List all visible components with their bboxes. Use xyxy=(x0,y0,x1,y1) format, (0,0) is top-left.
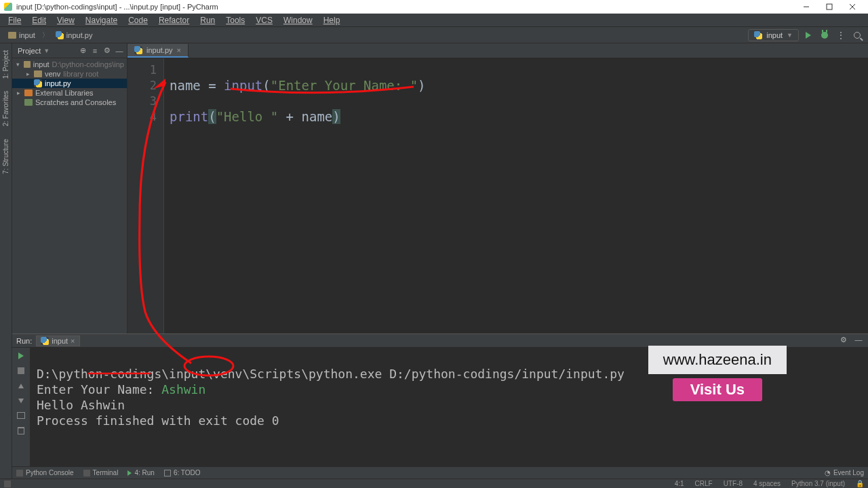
run-config-selector[interactable]: input ▼ xyxy=(748,29,799,41)
run-config-label: input xyxy=(766,31,783,39)
clear-button[interactable] xyxy=(16,425,26,436)
project-pane-title: Project xyxy=(18,47,41,55)
arrow-down-icon xyxy=(18,399,24,403)
left-tool-rail: 1: Project 2: Favorites 7: Structure xyxy=(0,43,12,479)
status-cursor-pos[interactable]: 4:1 xyxy=(675,480,684,487)
rerun-button[interactable] xyxy=(16,350,26,361)
tree-external-libraries[interactable]: ▸ External Libraries xyxy=(12,88,127,98)
run-hide-button[interactable]: — xyxy=(853,336,864,346)
terminal-icon xyxy=(83,470,90,476)
more-icon: ⋮ xyxy=(836,30,846,40)
menu-help[interactable]: Help xyxy=(318,14,346,27)
tab-run[interactable]: 4: Run xyxy=(127,469,154,476)
more-run-button[interactable]: ⋮ xyxy=(834,28,848,42)
console-icon xyxy=(16,470,23,476)
menu-vcs[interactable]: VCS xyxy=(250,14,278,27)
code-content[interactable]: name = input("Enter Your Name: ") print(… xyxy=(164,58,426,333)
search-icon xyxy=(854,32,861,39)
soft-wrap-button[interactable] xyxy=(16,410,26,421)
play-icon xyxy=(18,352,24,359)
run-tab-input[interactable]: input × xyxy=(36,336,79,346)
status-encoding[interactable]: UTF-8 xyxy=(724,480,743,487)
wrap-icon xyxy=(17,412,25,419)
menu-code[interactable]: Code xyxy=(123,14,153,27)
status-indent[interactable]: 4 spaces xyxy=(753,480,781,487)
line-gutter: 1 2 3 4 xyxy=(127,58,164,333)
todo-icon xyxy=(164,470,171,476)
scroll-up-button[interactable] xyxy=(16,380,26,391)
window-titlebar: input [D:\python-codings\input] - ...\in… xyxy=(0,0,868,14)
menu-navigate[interactable]: Navigate xyxy=(80,14,123,27)
console-output-line: Hello Ashwin xyxy=(37,397,861,413)
code-area[interactable]: 1 2 3 4 name = input("Enter Your Name: "… xyxy=(127,58,868,333)
menu-file[interactable]: File xyxy=(3,14,26,27)
rail-project[interactable]: 1: Project xyxy=(2,47,9,81)
editor-tab-input-py[interactable]: input.py × xyxy=(127,44,189,58)
status-bar: 4:1 CRLF UTF-8 4 spaces Python 3.7 (inpu… xyxy=(0,479,868,488)
tree-root[interactable]: ▾ input D:\python-codings\inp xyxy=(12,60,127,69)
tab-python-console[interactable]: Python Console xyxy=(16,469,74,476)
scroll-down-button[interactable] xyxy=(16,395,26,406)
python-file-icon xyxy=(134,46,142,54)
settings-button[interactable]: ⚙ xyxy=(102,46,112,56)
play-icon xyxy=(806,32,811,39)
tab-todo[interactable]: 6: TODO xyxy=(164,469,201,476)
menu-refactor[interactable]: Refactor xyxy=(153,14,195,27)
scratch-icon xyxy=(24,99,33,106)
breadcrumb-project[interactable]: input xyxy=(4,31,39,39)
folder-icon xyxy=(8,32,16,39)
locate-button[interactable]: ⊕ xyxy=(78,46,87,56)
menubar: File Edit View Navigate Code Refactor Ru… xyxy=(0,14,868,27)
trash-icon xyxy=(18,427,24,434)
project-tree: ▾ input D:\python-codings\inp ▸ venv lib… xyxy=(12,58,127,108)
status-line-sep[interactable]: CRLF xyxy=(695,480,713,487)
status-interpreter[interactable]: Python 3.7 (input) xyxy=(791,480,845,487)
rail-structure[interactable]: 7: Structure xyxy=(2,136,9,177)
run-action-rail xyxy=(12,348,30,466)
chevron-down-icon[interactable]: ▼ xyxy=(43,47,50,54)
run-pane-title: Run: xyxy=(16,337,32,345)
library-icon xyxy=(24,89,33,96)
console-prompt-line: Enter Your Name: Ashwin xyxy=(37,382,861,397)
stop-button[interactable] xyxy=(16,365,26,376)
folder-icon xyxy=(24,61,31,68)
chevron-down-icon[interactable]: ▾ xyxy=(15,61,21,68)
tree-input-py[interactable]: input.py xyxy=(12,79,127,88)
bottom-tool-tabs: Python Console Terminal 4: Run 6: TODO ◔… xyxy=(12,466,868,479)
run-tool-window: Run: input × ⚙ — D: xyxy=(12,333,868,466)
console-cmd-line: D:\python-codings\input\venv\Scripts\pyt… xyxy=(37,366,861,382)
window-maximize-button[interactable] xyxy=(818,0,841,14)
tree-venv[interactable]: ▸ venv library root xyxy=(12,69,127,79)
hide-button[interactable]: — xyxy=(115,46,124,56)
debug-button[interactable] xyxy=(818,28,831,42)
search-button[interactable] xyxy=(850,28,864,42)
menu-edit[interactable]: Edit xyxy=(26,14,52,27)
status-lock-icon[interactable]: 🔒 xyxy=(856,480,864,487)
window-minimize-button[interactable] xyxy=(795,0,818,14)
menu-tools[interactable]: Tools xyxy=(220,14,250,27)
collapse-button[interactable]: ≡ xyxy=(90,46,100,56)
menu-run[interactable]: Run xyxy=(195,14,220,27)
chevron-right-icon[interactable]: ▸ xyxy=(24,70,31,77)
breadcrumb-file[interactable]: input.py xyxy=(52,31,97,39)
window-close-button[interactable] xyxy=(841,0,864,14)
tab-terminal[interactable]: Terminal xyxy=(83,469,119,476)
code-line-4: print("Hello " + name) xyxy=(170,109,426,125)
run-button[interactable] xyxy=(802,28,815,42)
console-user-input: Ashwin xyxy=(161,382,205,396)
python-file-icon xyxy=(34,79,42,87)
status-indicator-icon[interactable] xyxy=(4,481,11,487)
chevron-right-icon[interactable]: ▸ xyxy=(15,89,22,96)
project-tool-window: Project ▼ ⊕ ≡ ⚙ — ▾ input D:\python-codi… xyxy=(12,43,127,333)
console-output[interactable]: D:\python-codings\input\venv\Scripts\pyt… xyxy=(30,348,868,466)
close-tab-button[interactable]: × xyxy=(177,46,181,54)
tree-scratches[interactable]: Scratches and Consoles xyxy=(12,98,127,107)
close-icon[interactable]: × xyxy=(71,337,75,345)
bug-icon xyxy=(821,32,828,39)
run-settings-button[interactable]: ⚙ xyxy=(838,336,849,346)
menu-view[interactable]: View xyxy=(52,14,80,27)
tab-event-log[interactable]: ◔Event Log xyxy=(825,469,864,476)
console-exit-line: Process finished with exit code 0 xyxy=(37,413,861,428)
menu-window[interactable]: Window xyxy=(278,14,318,27)
rail-favorites[interactable]: 2: Favorites xyxy=(2,88,9,129)
